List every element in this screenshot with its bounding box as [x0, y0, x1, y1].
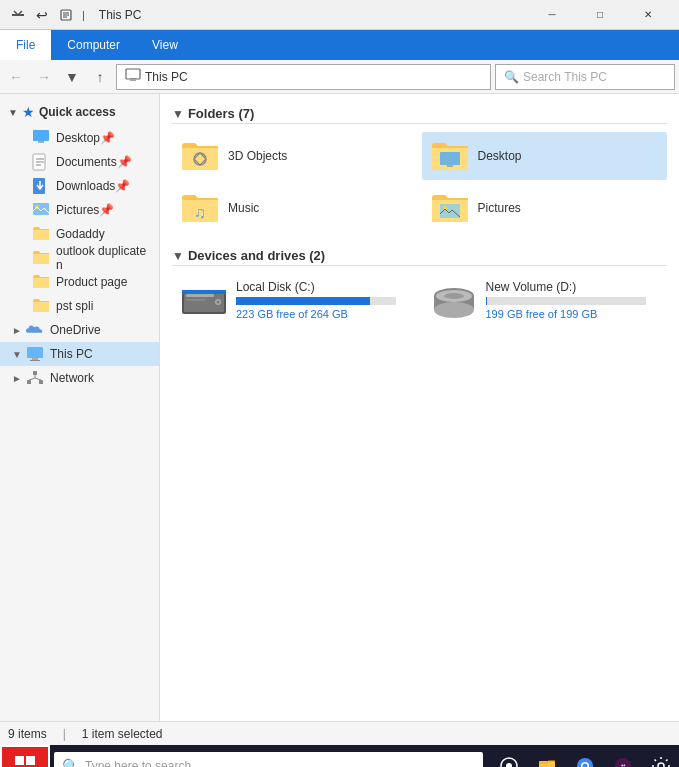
- folder-pictures[interactable]: Pictures: [422, 184, 668, 232]
- qat-btn-1[interactable]: [8, 5, 28, 25]
- pictures-label: Pictures: [56, 203, 99, 217]
- folder-desktop[interactable]: Desktop: [422, 132, 668, 180]
- address-path[interactable]: This PC: [116, 64, 491, 90]
- sidebar-item-desktop[interactable]: Desktop 📌: [0, 126, 159, 150]
- status-separator: |: [63, 727, 66, 741]
- outlook-folder-icon: [32, 249, 50, 267]
- drive-c-name: Local Disk (C:): [236, 280, 396, 294]
- sidebar: ▼ ★ Quick access Desktop 📌 Documents 📌: [0, 94, 160, 721]
- drive-d-space: 199 GB free of 199 GB: [486, 308, 646, 320]
- drive-d-bar: [486, 297, 488, 305]
- address-text: This PC: [145, 70, 188, 84]
- up-btn[interactable]: ↑: [88, 65, 112, 89]
- folders-chevron: ▼: [172, 107, 184, 121]
- svg-rect-5: [126, 69, 140, 79]
- drive-d[interactable]: New Volume (D:) 199 GB free of 199 GB: [422, 274, 668, 326]
- svg-point-44: [444, 293, 464, 299]
- selected-status: 1 item selected: [82, 727, 163, 741]
- sidebar-item-onedrive[interactable]: ► OneDrive: [0, 318, 159, 342]
- maximize-btn[interactable]: □: [577, 0, 623, 30]
- sidebar-item-this-pc[interactable]: ▼ This PC: [0, 342, 159, 366]
- drive-c-info: Local Disk (C:) 223 GB free of 264 GB: [236, 280, 396, 320]
- logo-q1: [15, 756, 24, 765]
- back-btn[interactable]: ←: [4, 65, 28, 89]
- outlook-label: outlook duplicate n: [56, 244, 151, 272]
- pc-icon: [125, 68, 141, 85]
- drive-c-icon: [180, 282, 228, 318]
- svg-point-39: [217, 301, 220, 304]
- title-bar: ↩ | This PC ─ □ ✕: [0, 0, 679, 30]
- folders-section-header[interactable]: ▼ Folders (7): [172, 106, 667, 124]
- svg-line-26: [35, 378, 41, 380]
- main-area: ▼ ★ Quick access Desktop 📌 Documents 📌: [0, 94, 679, 721]
- svg-rect-22: [27, 380, 31, 384]
- quick-access-header[interactable]: ▼ ★ Quick access: [0, 98, 159, 126]
- downloads-icon: [32, 177, 50, 195]
- pictures-folder-icon: [430, 190, 470, 226]
- folder-3dobjects[interactable]: 3D Objects: [172, 132, 418, 180]
- sidebar-item-downloads[interactable]: Downloads 📌: [0, 174, 159, 198]
- tab-computer[interactable]: Computer: [51, 30, 136, 60]
- start-button[interactable]: [0, 745, 50, 767]
- downloads-label: Downloads: [56, 179, 115, 193]
- close-btn[interactable]: ✕: [625, 0, 671, 30]
- slack-icon[interactable]: #: [605, 745, 641, 767]
- sidebar-item-network[interactable]: ► Network: [0, 366, 159, 390]
- this-pc-icon: [26, 345, 44, 363]
- svg-rect-19: [32, 358, 38, 360]
- pin-icon: 📌: [100, 131, 115, 145]
- chrome-icon[interactable]: [567, 745, 603, 767]
- quick-access-label: Quick access: [39, 105, 116, 119]
- taskbar-search-placeholder: Type here to search: [85, 759, 191, 767]
- title-bar-title: This PC: [99, 8, 142, 22]
- title-bar-left: ↩ | This PC: [8, 5, 142, 25]
- sidebar-item-pst-spli[interactable]: pst spli: [0, 294, 159, 318]
- sidebar-item-godaddy[interactable]: Godaddy: [0, 222, 159, 246]
- taskbar-icons: #: [491, 745, 679, 767]
- sidebar-item-pictures[interactable]: Pictures 📌: [0, 198, 159, 222]
- drives-title: Devices and drives (2): [188, 248, 325, 263]
- sidebar-item-outlook-duplicate[interactable]: outlook duplicate n: [0, 246, 159, 270]
- minimize-btn[interactable]: ─: [529, 0, 575, 30]
- folders-grid: 3D Objects Desktop: [172, 132, 667, 232]
- svg-rect-8: [33, 130, 49, 141]
- tab-file[interactable]: File: [0, 30, 51, 60]
- pst-label: pst spli: [56, 299, 93, 313]
- svg-text:#: #: [620, 762, 625, 767]
- taskbar: 🔍 Type here to search #: [0, 745, 679, 767]
- title-bar-controls[interactable]: ─ □ ✕: [529, 0, 671, 30]
- drive-c-space: 223 GB free of 264 GB: [236, 308, 396, 320]
- drives-grid: Local Disk (C:) 223 GB free of 264 GB: [172, 274, 667, 326]
- thispc-expand-icon: ▼: [12, 349, 24, 360]
- svg-rect-35: [182, 290, 226, 294]
- tab-view[interactable]: View: [136, 30, 194, 60]
- search-box[interactable]: 🔍 Search This PC: [495, 64, 675, 90]
- sidebar-item-documents[interactable]: Documents 📌: [0, 150, 159, 174]
- svg-rect-18: [27, 347, 43, 358]
- quick-access-star-icon: ★: [22, 104, 35, 120]
- svg-rect-7: [130, 79, 136, 81]
- pictures-icon: [32, 201, 50, 219]
- search-icon: 🔍: [504, 70, 519, 84]
- forward-btn[interactable]: →: [32, 65, 56, 89]
- sidebar-item-product-page[interactable]: Product page: [0, 270, 159, 294]
- desktop-folder-label: Desktop: [478, 149, 522, 163]
- recent-btn[interactable]: ▼: [60, 65, 84, 89]
- svg-point-53: [658, 763, 664, 767]
- pst-folder-icon: [32, 297, 50, 315]
- settings-icon[interactable]: [643, 745, 679, 767]
- properties-btn[interactable]: [56, 5, 76, 25]
- task-view-icon[interactable]: [491, 745, 527, 767]
- undo-btn[interactable]: ↩: [32, 5, 52, 25]
- network-label: Network: [50, 371, 94, 385]
- qa-chevron: ▼: [8, 107, 18, 118]
- file-explorer-icon[interactable]: [529, 745, 565, 767]
- taskbar-search[interactable]: 🔍 Type here to search: [54, 752, 483, 767]
- status-bar: 9 items | 1 item selected: [0, 721, 679, 745]
- drive-c[interactable]: Local Disk (C:) 223 GB free of 264 GB: [172, 274, 418, 326]
- svg-rect-20: [30, 360, 40, 361]
- svg-rect-9: [38, 141, 44, 143]
- folder-music[interactable]: ♫ Music: [172, 184, 418, 232]
- drives-section-header[interactable]: ▼ Devices and drives (2): [172, 248, 667, 266]
- 3dobjects-icon: [180, 138, 220, 174]
